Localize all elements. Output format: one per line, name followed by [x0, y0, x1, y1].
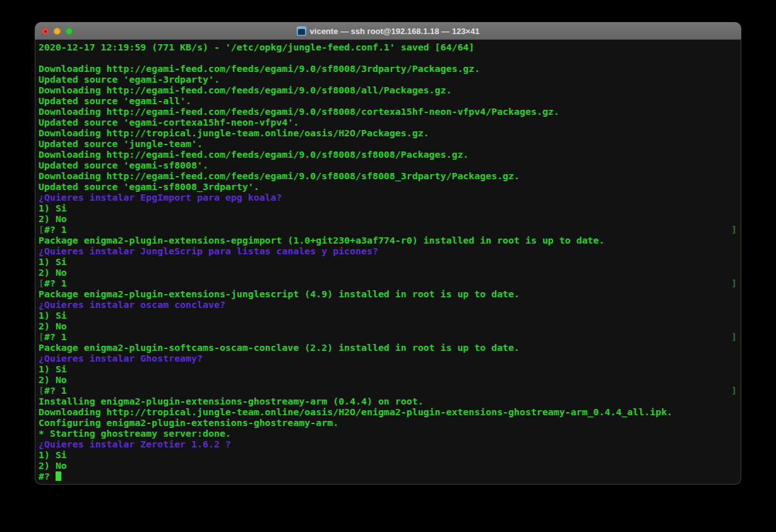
terminal-line: 1) Si [39, 203, 737, 214]
terminal-line [39, 53, 737, 64]
terminal-line: Updated source 'egami-cortexa15hf-neon-v… [39, 117, 737, 128]
bracket-open: [ [39, 332, 44, 343]
terminal-line: Downloading http://egami-feed.com/feeds/… [39, 85, 737, 96]
bracket-close: ] [731, 278, 737, 289]
bracket-open: [ [39, 278, 44, 289]
window-titlebar[interactable]: vicente — ssh root@192.168.1.18 — 123×41 [35, 22, 741, 40]
prompt-answer: #? 1 [44, 332, 67, 343]
terminal-line: Downloading http://egami-feed.com/feeds/… [39, 64, 737, 74]
prompt-answer: #? 1 [44, 225, 67, 235]
terminal-line: Configuring enigma2-plugin-extensions-gh… [39, 418, 737, 429]
bracket-open: [ [39, 225, 44, 235]
window-title-area: vicente — ssh root@192.168.1.18 — 123×41 [35, 22, 741, 40]
bracket-open: [ [39, 386, 44, 396]
terminal-line: Downloading http://tropical.jungle-team.… [39, 407, 737, 418]
terminal-window: vicente — ssh root@192.168.1.18 — 123×41… [35, 22, 741, 485]
select-prompt-answered-line: [#? 1] [39, 332, 737, 343]
terminal-line: Downloading http://egami-feed.com/feeds/… [39, 150, 737, 160]
terminal-line: Package enigma2-plugin-extensions-jungle… [39, 289, 737, 300]
shell-prompt-line: #? [39, 471, 737, 482]
prompt-text: #? [39, 471, 56, 482]
bracket-close: ] [731, 386, 737, 396]
bracket-close: ] [731, 225, 737, 235]
terminal-line: Downloading http://egami-feed.com/feeds/… [39, 171, 737, 182]
terminal-line: 1) Si [39, 257, 737, 268]
terminal-line: ¿Quieres instalar Zerotier 1.6.2 ? [39, 439, 737, 450]
terminal-line: 2) No [39, 461, 737, 471]
select-prompt-answered-line: [#? 1] [39, 386, 737, 396]
terminal-line: ¿Quieres instalar oscam conclave? [39, 300, 737, 310]
select-prompt-answered-line: [#? 1] [39, 278, 737, 289]
terminal-line: Installing enigma2-plugin-extensions-gho… [39, 396, 737, 407]
window-title: vicente — ssh root@192.168.1.18 — 123×41 [310, 27, 480, 36]
terminal-line: 2) No [39, 214, 737, 225]
terminal-line: 1) Si [39, 450, 737, 461]
terminal-line: ¿Quieres instalar EpgImport para epg koa… [39, 192, 737, 203]
terminal-line: Package enigma2-plugin-softcams-oscam-co… [39, 343, 737, 353]
terminal-line: 1) Si [39, 310, 737, 321]
terminal-line: Updated source 'egami-sf8008_3rdparty'. [39, 182, 737, 192]
terminal-line: Updated source 'egami-3rdparty'. [39, 74, 737, 85]
terminal-line: Updated source 'jungle-team'. [39, 139, 737, 150]
terminal-line: 2) No [39, 375, 737, 386]
terminal-line: Downloading http://egami-feed.com/feeds/… [39, 107, 737, 117]
zoom-button[interactable] [66, 28, 73, 35]
bracket-close: ] [731, 332, 737, 343]
terminal-line: 2) No [39, 268, 737, 278]
prompt-answer: #? 1 [44, 386, 67, 396]
terminal-output[interactable]: 2020-12-17 12:19:59 (771 KB/s) - '/etc/o… [35, 40, 741, 485]
terminal-line: ¿Quieres instalar Ghostreamy? [39, 353, 737, 364]
traffic-lights [42, 28, 73, 35]
terminal-line: Package enigma2-plugin-extensions-epgimp… [39, 235, 737, 246]
text-cursor[interactable] [56, 471, 61, 481]
close-button[interactable] [42, 28, 49, 35]
terminal-line: 2020-12-17 12:19:59 (771 KB/s) - '/etc/o… [39, 42, 737, 53]
terminal-line: 2) No [39, 321, 737, 332]
terminal-line: Updated source 'egami-all'. [39, 96, 737, 107]
terminal-proxy-icon[interactable] [297, 27, 306, 36]
terminal-line: ¿Quieres instalar JungleScrip para lista… [39, 246, 737, 257]
terminal-line: Downloading http://tropical.jungle-team.… [39, 128, 737, 139]
prompt-answer: #? 1 [44, 278, 67, 289]
minimize-button[interactable] [54, 28, 61, 35]
select-prompt-answered-line: [#? 1] [39, 225, 737, 235]
terminal-line: 1) Si [39, 364, 737, 375]
terminal-line: Updated source 'egami-sf8008'. [39, 160, 737, 171]
terminal-line: * Starting ghostreamy server:done. [39, 429, 737, 439]
